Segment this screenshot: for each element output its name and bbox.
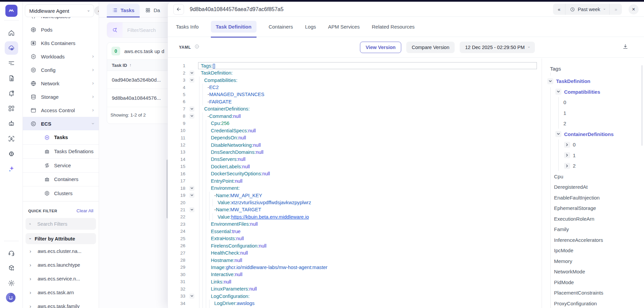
support-icon[interactable] — [5, 246, 18, 260]
tree-item-proxyconfiguration[interactable]: ProxyConfiguration — [554, 298, 641, 308]
chevron-down-icon[interactable] — [555, 89, 561, 95]
filter-by-attribute-toggle[interactable]: › Filter by Attribute — [26, 233, 96, 244]
view-version-button[interactable]: View Version — [360, 42, 401, 53]
tree-item-ephemeralstorage[interactable]: EphemeralStorage — [554, 203, 641, 214]
dashboards-icon[interactable] — [5, 102, 18, 115]
tasks-panel-tab-da[interactable]: Da — [140, 4, 165, 17]
yaml-token: null — [235, 258, 242, 263]
fold-toggle-icon[interactable] — [189, 193, 194, 198]
home-icon[interactable] — [5, 26, 18, 40]
filter-attribute-row[interactable]: ›aws.ecs.task.family — [23, 299, 99, 308]
tree-item-enablefaultinjection[interactable]: EnableFaultInjection — [554, 192, 641, 203]
sidebar-item-ecs[interactable]: ECS› — [23, 117, 99, 130]
alerts-icon[interactable] — [5, 87, 18, 100]
tree-item-cpu[interactable]: Cpu — [554, 171, 641, 182]
fold-toggle-icon[interactable] — [189, 294, 194, 299]
chevron-right-icon[interactable] — [564, 152, 570, 158]
rail-bottom-icons — [4, 241, 19, 308]
time-next-button[interactable]: » — [610, 7, 622, 12]
tree-item-placementconstraints[interactable]: PlacementConstraints — [554, 288, 641, 298]
tree-item-1[interactable]: 1 — [564, 150, 641, 161]
rum-icon[interactable] — [5, 132, 18, 145]
tree-item-0[interactable]: 0 — [563, 97, 641, 108]
sidebar-item-tasks-definations[interactable]: Tasks Definations — [23, 144, 99, 159]
sidebar-item-pods[interactable]: Pods — [23, 23, 99, 36]
download-button[interactable] — [622, 43, 629, 51]
tree-item-containerdefinitions[interactable]: ContainerDefinitions — [555, 129, 641, 140]
line-number: 26 — [172, 243, 187, 248]
logs-icon[interactable] — [5, 72, 18, 85]
processes-icon[interactable] — [5, 147, 18, 161]
chevron-down-icon[interactable] — [547, 78, 553, 84]
tree-item-ipcmode[interactable]: IpcMode — [554, 245, 641, 256]
chevron-right-icon[interactable] — [564, 163, 570, 169]
detail-tab-logs[interactable]: Logs — [305, 21, 316, 33]
sidebar-item-access-control[interactable]: Access Control› — [23, 103, 99, 117]
tree-item-2[interactable]: 2 — [564, 161, 641, 171]
compare-version-button[interactable]: Compare Version — [406, 42, 455, 53]
fold-toggle-icon[interactable] — [189, 78, 194, 83]
yaml-link[interactable]: https://kbuin.beta.env.middleware.io — [231, 214, 309, 220]
settings-icon[interactable] — [5, 276, 18, 290]
detail-tab-containers[interactable]: Containers — [269, 21, 293, 33]
workspace-selector[interactable]: Middleware Agent › — [25, 4, 94, 17]
detail-tab-task-definition[interactable]: Task Definition — [211, 21, 257, 33]
clear-all-link[interactable]: Clear All — [77, 208, 93, 213]
tree-item-compatibilities[interactable]: Compatibilities — [555, 87, 641, 97]
tree-scrollbar[interactable] — [641, 65, 643, 146]
tree-item-taskdefinition[interactable]: TaskDefinition — [547, 76, 641, 87]
tree-item-1[interactable]: 1 — [563, 108, 641, 119]
line-number: 20 — [172, 200, 187, 205]
chevron-right-icon[interactable] — [564, 142, 570, 148]
filter-attribute-row[interactable]: ›aws.ecs.cluster.na... — [23, 244, 99, 258]
fold-toggle-icon[interactable] — [189, 71, 194, 76]
user-avatar[interactable] — [5, 292, 17, 304]
sidebar-item-clusters[interactable]: Clusters — [23, 186, 99, 200]
tree-item-label: Cpu — [554, 174, 563, 179]
time-prev-button[interactable]: « — [553, 7, 565, 12]
sidebar-item-k8s-containers[interactable]: K8s Containers — [23, 36, 99, 50]
tree-item-inferenceaccelerators[interactable]: InferenceAccelerators — [554, 235, 641, 246]
line-number: 6 — [172, 99, 187, 104]
tree-item-deregisteredat[interactable]: DeregisteredAt — [554, 182, 641, 192]
tasks-panel-tab-tasks[interactable]: Tasks — [107, 4, 140, 17]
infrastructure-icon[interactable] — [5, 41, 18, 55]
close-button[interactable]: × — [629, 4, 639, 14]
detail-tab-tasks-info[interactable]: Tasks Info — [176, 21, 199, 33]
fold-toggle-icon[interactable] — [189, 106, 194, 112]
filter-attribute-row[interactable]: ›aws.ecs.service.n... — [23, 272, 99, 285]
filter-group-label: Filter by Attribute — [35, 236, 75, 241]
sidebar-item-containers[interactable]: Containers — [23, 172, 99, 186]
chevron-down-icon[interactable] — [555, 131, 561, 137]
fold-toggle-icon[interactable] — [189, 114, 194, 119]
middleware-logo[interactable] — [5, 5, 17, 17]
search-filters-input[interactable]: Search Filters — [26, 218, 96, 230]
detail-tab-apm-services[interactable]: APM Services — [328, 21, 360, 33]
yaml-token: MANAGED_INSTANCES — [209, 92, 264, 97]
ai-sparkle-icon[interactable] — [5, 162, 18, 176]
sidebar-item-config[interactable]: Config› — [23, 63, 99, 77]
k8s-agent-icon[interactable] — [5, 117, 18, 130]
filter-attribute-row[interactable]: ›aws.ecs.task.arn — [23, 285, 99, 299]
time-range-dropdown[interactable]: Past week › — [565, 7, 609, 12]
tree-item-networkmode[interactable]: NetworkMode — [554, 266, 641, 277]
tree-item-executionrolearn[interactable]: ExecutionRoleArn — [554, 214, 641, 224]
filter-attribute-row[interactable]: ›aws.ecs.launchtype — [23, 258, 99, 272]
pipelines-icon[interactable] — [5, 56, 18, 70]
detail-tab-related-resources[interactable]: Related Resources — [372, 21, 415, 33]
sidebar-item-workloads[interactable]: Workloads› — [23, 50, 99, 63]
fold-toggle-icon[interactable] — [189, 207, 194, 212]
tree-item-memory[interactable]: Memory — [554, 256, 641, 267]
tree-item-0[interactable]: 0 — [564, 139, 641, 150]
sidebar-item-tasks[interactable]: Tasks — [23, 130, 99, 144]
back-button[interactable] — [173, 4, 184, 15]
integrations-icon[interactable] — [5, 261, 18, 275]
fold-toggle-icon[interactable] — [189, 186, 194, 191]
sidebar-item-network[interactable]: Network› — [23, 77, 99, 90]
sidebar-item-service[interactable]: Service — [23, 158, 99, 172]
version-date-dropdown[interactable]: 12 Dec 2025 - 02:29:50 PM › — [460, 42, 535, 53]
sidebar-item-storage[interactable]: Storage› — [23, 90, 99, 103]
tree-item-2[interactable]: 2 — [563, 118, 641, 129]
tree-item-family[interactable]: Family — [554, 224, 641, 235]
tree-item-pidmode[interactable]: PidMode — [554, 277, 641, 288]
